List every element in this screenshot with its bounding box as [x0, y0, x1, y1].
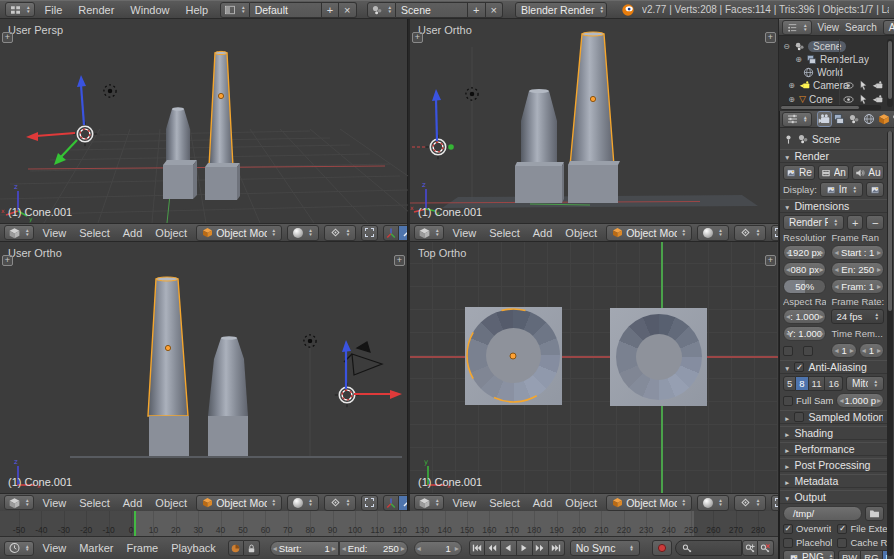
menu-window[interactable]: Window [130, 4, 169, 16]
cone-object-selected[interactable] [148, 277, 189, 456]
cone-object-unselected[interactable] [515, 89, 564, 203]
viewport-canvas[interactable]: y x [410, 242, 778, 493]
cache-result-checkbox[interactable] [837, 538, 847, 548]
menu-search[interactable]: Search [845, 22, 877, 33]
add-scene-button[interactable] [468, 2, 485, 18]
start-frame-field[interactable]: Start:1 [270, 541, 339, 556]
jump-to-start-button[interactable] [469, 540, 485, 556]
insert-keyframe-button[interactable] [742, 540, 758, 556]
cone-object-unselected[interactable] [163, 107, 197, 199]
camera-object-icon[interactable] [344, 342, 382, 375]
menu-view[interactable]: View [818, 22, 840, 33]
previous-keyframe-button[interactable] [485, 540, 501, 556]
add-screen-layout-button[interactable] [322, 2, 339, 18]
viewport-canvas[interactable]: z x y [0, 19, 408, 223]
menu-view[interactable]: View [43, 227, 67, 239]
panel-header-motion-blur[interactable]: Sampled Motion Blu [780, 410, 887, 424]
screen-layout-browse-button[interactable] [220, 2, 250, 18]
tab-world[interactable] [863, 112, 876, 126]
animation-button[interactable]: Anima [818, 165, 850, 180]
outliner-item-renderlayers[interactable]: ⊕ RenderLay [794, 53, 869, 65]
panel-header-metadata[interactable]: Metadata [780, 474, 887, 488]
render-button[interactable]: Rende [783, 165, 815, 180]
editor-type-button[interactable] [414, 495, 444, 510]
border-checkbox[interactable] [783, 346, 793, 356]
menu-view[interactable]: View [453, 497, 477, 509]
menu-add[interactable]: Add [123, 497, 143, 509]
panel-header-performance[interactable]: Performance [780, 442, 887, 456]
editor-type-button[interactable] [4, 225, 34, 240]
tab-object[interactable] [878, 112, 891, 126]
bw-button[interactable]: BW [838, 550, 861, 559]
manipulator-toggle[interactable] [361, 495, 378, 511]
menu-add[interactable]: Add [533, 227, 553, 239]
editor-type-button[interactable] [5, 2, 35, 17]
samples-16-button[interactable]: 16 [825, 376, 843, 391]
region-expand-icon[interactable] [2, 255, 13, 266]
menu-select[interactable]: Select [489, 497, 520, 509]
frame-step-field[interactable]: Fram: 1 [831, 279, 884, 294]
manipulator-toggle[interactable] [771, 495, 778, 511]
time-remap-new-field[interactable]: 1 [859, 343, 884, 358]
current-frame-field[interactable]: 1 [414, 541, 462, 556]
browse-folder-button[interactable] [865, 506, 884, 521]
menu-object[interactable]: Object [565, 497, 597, 509]
menu-select[interactable]: Select [489, 227, 520, 239]
panel-header-post-processing[interactable]: Post Processing [780, 458, 887, 472]
file-format-dropdown[interactable]: PNG [783, 550, 835, 559]
mode-dropdown[interactable]: Object Mode [606, 225, 692, 241]
render-presets-dropdown[interactable]: Render Presets [783, 215, 844, 230]
axes-widget-button[interactable] [383, 495, 399, 511]
close-screen-layout-button[interactable] [339, 2, 356, 18]
expand-icon[interactable]: ⊕ [787, 95, 796, 104]
mode-dropdown[interactable]: Object Mode [606, 495, 692, 511]
antialiasing-checkbox[interactable] [794, 362, 804, 372]
editor-type-button[interactable] [4, 541, 34, 556]
editor-type-button[interactable] [782, 20, 812, 35]
rgb-button[interactable]: RG [861, 550, 882, 559]
tab-render-layers[interactable] [833, 112, 846, 126]
outliner-item-scene[interactable]: ⊖ Scene [782, 40, 846, 52]
menu-object[interactable]: Object [565, 227, 597, 239]
keying-set-field[interactable] [675, 540, 742, 556]
manipulator-arrows[interactable] [36, 85, 84, 158]
expand-icon[interactable]: ⊕ [794, 55, 803, 64]
placeholders-checkbox[interactable] [783, 538, 793, 548]
add-preset-button[interactable] [847, 215, 863, 230]
manipulator-arrows[interactable] [346, 350, 392, 394]
menu-add[interactable]: Add [123, 227, 143, 239]
play-button[interactable] [517, 540, 533, 556]
menu-render[interactable]: Render [78, 4, 114, 16]
region-expand-icon[interactable] [765, 255, 776, 266]
preview-range-button[interactable] [228, 540, 244, 556]
pixel-filter-size-field[interactable]: 1.000 p [836, 393, 884, 408]
display-filter-dropdown[interactable]: All Sce [883, 20, 894, 35]
resolution-y-field[interactable]: 080 px [783, 262, 826, 277]
editor-type-button[interactable] [4, 495, 34, 510]
audio-button[interactable]: Audio [852, 165, 884, 180]
pivot-dropdown[interactable] [734, 495, 767, 511]
menu-help[interactable]: Help [185, 4, 208, 16]
aa-filter-dropdown[interactable]: Mitchell-... [846, 376, 884, 391]
current-frame-line[interactable] [134, 511, 136, 536]
region-expand-icon[interactable] [394, 255, 405, 266]
translate-button[interactable] [399, 495, 407, 511]
record-button[interactable] [652, 540, 672, 556]
tab-scene[interactable] [848, 112, 861, 126]
resolution-x-field[interactable]: 1920 px [783, 245, 826, 260]
samples-8-button[interactable]: 8 [796, 376, 808, 391]
samples-11-button[interactable]: 11 [809, 376, 826, 391]
pin-icon[interactable] [783, 134, 794, 145]
menu-frame[interactable]: Frame [126, 542, 158, 554]
fps-dropdown[interactable]: 24 fps [831, 309, 884, 324]
menu-select[interactable]: Select [79, 497, 110, 509]
pivot-dropdown[interactable] [324, 495, 357, 511]
aspect-y-field[interactable]: Y: 1.000 [783, 326, 826, 341]
next-keyframe-button[interactable] [533, 540, 549, 556]
menu-file[interactable]: File [45, 4, 63, 16]
delete-keyframe-button[interactable] [758, 540, 774, 556]
editor-type-button[interactable] [414, 225, 444, 240]
motion-blur-checkbox[interactable] [794, 412, 804, 422]
play-reverse-button[interactable] [501, 540, 517, 556]
shading-dropdown[interactable] [697, 225, 729, 241]
